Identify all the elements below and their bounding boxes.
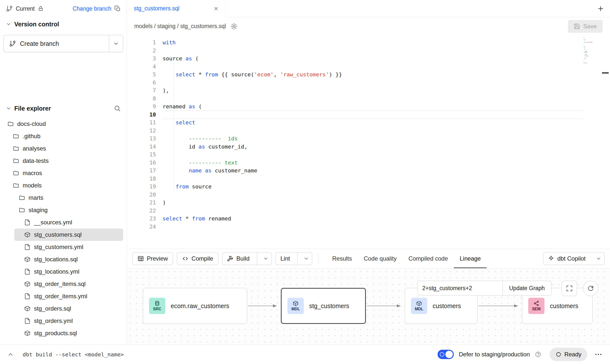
- tab-code-quality[interactable]: Code quality: [358, 249, 403, 268]
- scrollbar-thumb[interactable]: [602, 72, 609, 74]
- code-line-11[interactable]: 11 select: [127, 119, 610, 127]
- lineage-selector-group: Update Graph: [418, 281, 551, 296]
- code-line-6[interactable]: 6: [127, 79, 610, 87]
- node-label: ecom.raw_customers: [171, 302, 229, 310]
- tree-item-label: stg_orders.yml: [34, 317, 73, 324]
- lint-dropdown[interactable]: [301, 252, 312, 265]
- file-explorer-header[interactable]: File explorer: [0, 101, 127, 115]
- tree-item-label: stg_orders.sql: [34, 305, 71, 312]
- code-line-4[interactable]: 4: [127, 63, 610, 71]
- code-line-23[interactable]: 23select * from renamed: [127, 215, 610, 223]
- branch-bar: Current Change branch: [0, 0, 127, 17]
- file-settings-icon[interactable]: [230, 23, 238, 30]
- close-icon[interactable]: [213, 6, 219, 11]
- code-line-24[interactable]: 24: [127, 223, 610, 231]
- tree-item--sources-yml[interactable]: __sources.yml: [0, 216, 127, 229]
- code-editor[interactable]: 1with23source as (45 select * from {{ so…: [127, 35, 610, 249]
- tab-results[interactable]: Results: [326, 249, 358, 268]
- preview-button[interactable]: Preview: [132, 252, 173, 265]
- tree-item-stg-customers-sql[interactable]: stg_customers.sql: [14, 229, 123, 241]
- code-line-5[interactable]: 5 select * from {{ source('ecom', 'raw_c…: [127, 71, 610, 79]
- chevron-up-icon[interactable]: [7, 351, 14, 358]
- ready-status-button[interactable]: Ready: [550, 348, 587, 361]
- folder-icon: [19, 195, 25, 201]
- cube-icon: [293, 300, 299, 306]
- semantic-badge: SEM: [528, 298, 544, 314]
- new-tab-button[interactable]: [591, 0, 610, 17]
- command-text[interactable]: dbt build --select <model_name>: [23, 351, 124, 358]
- code-line-18[interactable]: 18: [127, 175, 610, 183]
- build-button[interactable]: Build: [222, 252, 272, 265]
- tree-item-marts[interactable]: marts: [0, 192, 127, 204]
- code-line-15[interactable]: 15: [127, 151, 610, 159]
- lint-button[interactable]: Lint: [276, 252, 312, 265]
- change-branch-link[interactable]: Change branch: [73, 5, 111, 12]
- code-line-12[interactable]: 12: [127, 127, 610, 135]
- tree-item-analyses[interactable]: analyses: [0, 142, 127, 155]
- code-line-7[interactable]: 7),: [127, 87, 610, 95]
- tree-item-stg-orders-sql[interactable]: stg_orders.sql: [0, 302, 127, 315]
- code-line-17[interactable]: 17 name as customer_name: [127, 167, 610, 175]
- fullscreen-button[interactable]: [562, 281, 577, 296]
- search-icon[interactable]: [114, 105, 121, 112]
- code-line-3[interactable]: 3source as (: [127, 55, 610, 63]
- create-branch-dropdown[interactable]: [109, 35, 123, 52]
- lineage-canvas[interactable]: SRC ecom.raw_customers MDL stg_customers…: [127, 268, 610, 345]
- code-line-8[interactable]: 8: [127, 95, 610, 103]
- minimap[interactable]: [584, 37, 596, 65]
- lineage-node-stg-customers[interactable]: MDL stg_customers: [281, 288, 366, 324]
- tree-item-stg-order-items-yml[interactable]: stg_order_items.yml: [0, 290, 127, 302]
- tree-item-stg-customers-yml[interactable]: stg_customers.yml: [0, 241, 127, 253]
- tree-item-stg-products-sql[interactable]: stg_products.sql: [0, 327, 127, 339]
- save-button[interactable]: Save: [568, 20, 603, 33]
- code-line-16[interactable]: 16 ---------- text: [127, 159, 610, 167]
- tab-compiled-code[interactable]: Compiled code: [403, 249, 454, 268]
- code-line-21[interactable]: 21): [127, 199, 610, 207]
- dbt-copilot-button[interactable]: dbt Copilot: [543, 252, 605, 265]
- more-options-button[interactable]: [594, 350, 603, 359]
- create-branch-button[interactable]: Create branch: [3, 35, 123, 52]
- compile-button[interactable]: Compile: [177, 252, 218, 265]
- save-icon: [574, 23, 580, 30]
- code-line-22[interactable]: 22: [127, 207, 610, 215]
- tree-item-stg-order-items-sql[interactable]: stg_order_items.sql: [0, 278, 127, 290]
- tab-label: stg_customers.sql: [134, 5, 179, 12]
- tree-item-models[interactable]: models: [0, 179, 127, 192]
- tab-stg-customers-sql[interactable]: stg_customers.sql: [127, 0, 226, 17]
- refresh-button[interactable]: [583, 281, 598, 296]
- build-dropdown[interactable]: [260, 252, 271, 265]
- tree-item--github[interactable]: .github: [0, 130, 127, 142]
- file-icon: [24, 244, 31, 250]
- tree-item-staging[interactable]: staging: [0, 204, 127, 216]
- main-row: Current Change branch Version control Cr…: [0, 0, 610, 345]
- tab-lineage[interactable]: Lineage: [454, 249, 487, 268]
- copilot-dropdown[interactable]: [593, 252, 604, 265]
- chevron-down-icon: [263, 256, 269, 261]
- code-line-9[interactable]: 9renamed as (: [127, 103, 610, 111]
- tree-item-stg-orders-yml[interactable]: stg_orders.yml: [0, 315, 127, 327]
- code-line-1[interactable]: 1with: [127, 39, 610, 47]
- tree-item-label: macros: [23, 170, 42, 177]
- node-label: customers: [433, 302, 461, 310]
- code-line-14[interactable]: 14 id as customer_id,: [127, 143, 610, 151]
- tree-item-data-tests[interactable]: data-tests: [0, 155, 127, 167]
- tree-item-macros[interactable]: macros: [0, 167, 127, 179]
- expand-icon: [566, 285, 573, 292]
- copilot-sparkle-icon: [548, 255, 554, 262]
- defer-toggle[interactable]: [438, 350, 454, 359]
- tree-item-stg-locations-sql[interactable]: stg_locations.sql: [0, 253, 127, 265]
- tree-item-stg-locations-yml[interactable]: stg_locations.yml: [0, 265, 127, 278]
- code-line-19[interactable]: 19 from source: [127, 183, 610, 191]
- help-icon[interactable]: [535, 351, 541, 358]
- lineage-node-source[interactable]: SRC ecom.raw_customers: [143, 288, 247, 324]
- line-content: ---------- text: [163, 159, 238, 167]
- version-control-header[interactable]: Version control: [0, 17, 127, 31]
- copy-icon[interactable]: [114, 5, 121, 12]
- code-line-10[interactable]: 10: [127, 111, 610, 119]
- lineage-selector-input[interactable]: [418, 281, 503, 296]
- update-graph-button[interactable]: Update Graph: [503, 281, 551, 296]
- code-line-20[interactable]: 20: [127, 191, 610, 199]
- code-line-13[interactable]: 13 ---------- ids: [127, 135, 610, 143]
- code-line-2[interactable]: 2: [127, 47, 610, 55]
- tree-item-docs-cloud[interactable]: docs-cloud: [0, 118, 127, 130]
